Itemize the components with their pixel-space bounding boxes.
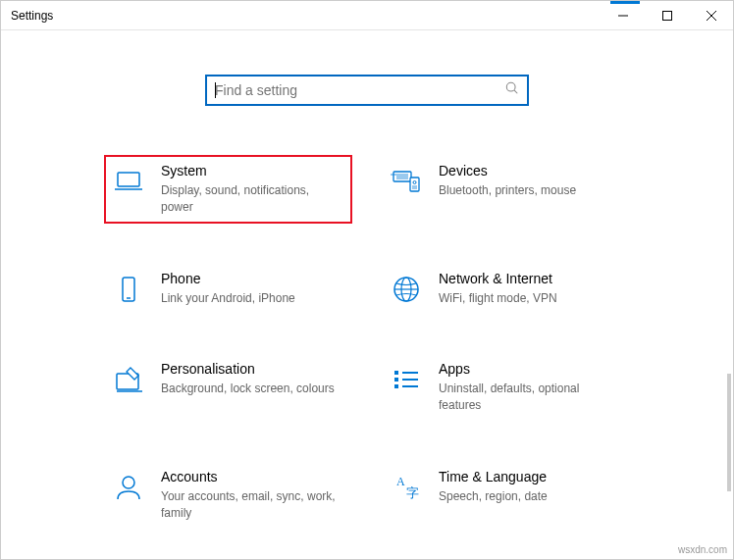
svg-line-5 <box>514 90 517 93</box>
category-network[interactable]: Network & Internet WiFi, flight mode, VP… <box>382 263 630 315</box>
category-system[interactable]: System Display, sound, notifications, po… <box>104 155 352 224</box>
category-personalisation[interactable]: Personalisation Background, lock screen,… <box>104 353 352 422</box>
search-wrap <box>1 75 733 106</box>
category-text: Devices Bluetooth, printers, mouse <box>439 163 622 199</box>
category-text: Time & Language Speech, region, date <box>439 469 622 505</box>
apps-icon <box>390 363 423 396</box>
close-button[interactable] <box>689 1 733 30</box>
category-desc: Uninstall, defaults, optional features <box>439 381 622 414</box>
minimize-button[interactable] <box>601 1 645 30</box>
category-text: System Display, sound, notifications, po… <box>161 163 344 216</box>
titlebar: Settings <box>1 1 733 30</box>
category-title: Apps <box>439 361 622 377</box>
svg-text:字: 字 <box>406 485 419 500</box>
search-input[interactable] <box>215 82 505 98</box>
svg-rect-6 <box>118 173 139 186</box>
categories-grid: System Display, sound, notifications, po… <box>1 155 733 559</box>
category-title: Phone <box>161 271 344 286</box>
category-accounts[interactable]: Accounts Your accounts, email, sync, wor… <box>104 461 352 530</box>
category-title: Time & Language <box>439 469 622 484</box>
category-devices[interactable]: Devices Bluetooth, printers, mouse <box>382 155 630 224</box>
globe-icon <box>390 273 423 306</box>
svg-point-4 <box>506 82 515 91</box>
category-phone[interactable]: Phone Link your Android, iPhone <box>104 263 352 315</box>
category-title: Network & Internet <box>439 271 622 286</box>
category-desc: WiFi, flight mode, VPN <box>439 290 622 307</box>
svg-text:A: A <box>396 475 405 488</box>
category-text: Accounts Your accounts, email, sync, wor… <box>161 469 344 522</box>
time-lang-icon: A字 <box>390 471 423 504</box>
svg-rect-1 <box>662 12 671 21</box>
paint-icon <box>112 363 145 396</box>
laptop-icon <box>112 165 145 198</box>
text-caret <box>215 82 216 98</box>
scrollbar[interactable] <box>727 374 731 491</box>
search-box[interactable] <box>205 75 529 106</box>
category-title: Accounts <box>161 469 344 484</box>
category-apps[interactable]: Apps Uninstall, defaults, optional featu… <box>382 353 630 422</box>
category-title: Personalisation <box>161 361 344 377</box>
devices-icon <box>390 165 423 198</box>
search-icon <box>505 81 519 99</box>
window-title: Settings <box>1 9 53 23</box>
category-text: Phone Link your Android, iPhone <box>161 271 344 307</box>
category-desc: Bluetooth, printers, mouse <box>439 182 622 199</box>
accent-strip <box>610 1 640 4</box>
category-desc: Background, lock screen, colours <box>161 381 344 397</box>
content-area: System Display, sound, notifications, po… <box>1 30 733 559</box>
category-title: System <box>161 163 344 178</box>
svg-rect-22 <box>394 378 398 382</box>
category-text: Network & Internet WiFi, flight mode, VP… <box>439 271 622 307</box>
window-controls <box>601 1 733 29</box>
category-desc: Link your Android, iPhone <box>161 290 344 307</box>
category-desc: Display, sound, notifications, power <box>161 182 344 216</box>
category-text: Apps Uninstall, defaults, optional featu… <box>439 361 622 414</box>
category-time-language[interactable]: A字 Time & Language Speech, region, date <box>382 461 630 530</box>
person-icon <box>112 471 145 504</box>
watermark: wsxdn.com <box>678 544 727 555</box>
svg-rect-21 <box>394 371 398 375</box>
svg-point-27 <box>123 477 134 488</box>
category-title: Devices <box>439 163 622 178</box>
svg-rect-23 <box>394 384 398 388</box>
category-desc: Speech, region, date <box>439 488 622 505</box>
maximize-button[interactable] <box>645 1 689 30</box>
category-text: Personalisation Background, lock screen,… <box>161 361 344 397</box>
phone-icon <box>112 273 145 306</box>
category-desc: Your accounts, email, sync, work, family <box>161 488 344 522</box>
